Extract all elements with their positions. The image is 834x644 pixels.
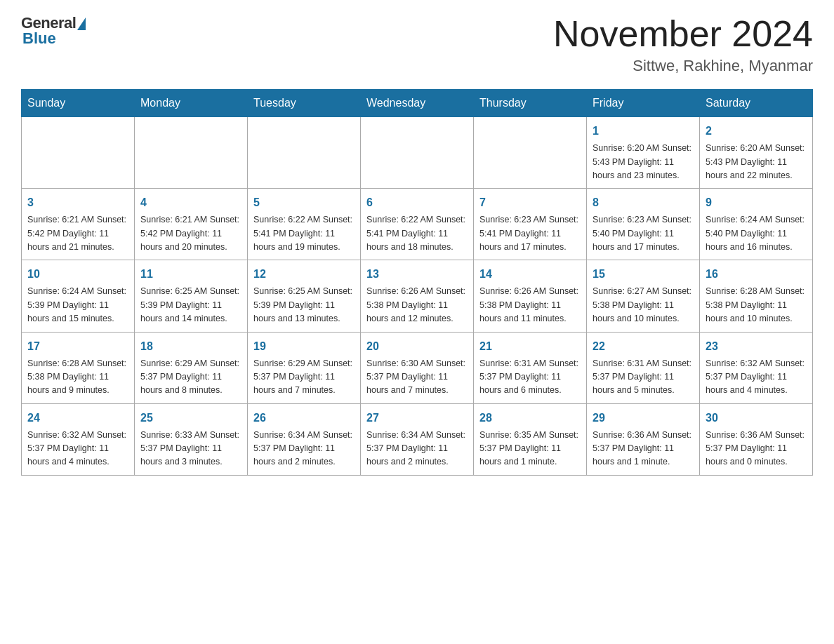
- day-number: 27: [366, 410, 468, 427]
- day-number: 15: [593, 266, 694, 283]
- day-info: Sunrise: 6:28 AM Sunset: 5:38 PM Dayligh…: [706, 285, 807, 326]
- calendar-cell: 21Sunrise: 6:31 AM Sunset: 5:37 PM Dayli…: [474, 332, 587, 403]
- calendar-cell: 19Sunrise: 6:29 AM Sunset: 5:37 PM Dayli…: [248, 332, 361, 403]
- day-info: Sunrise: 6:24 AM Sunset: 5:39 PM Dayligh…: [27, 285, 128, 326]
- day-number: 2: [706, 123, 807, 140]
- day-number: 17: [27, 338, 128, 355]
- calendar-cell: 16Sunrise: 6:28 AM Sunset: 5:38 PM Dayli…: [700, 260, 813, 332]
- calendar-table: SundayMondayTuesdayWednesdayThursdayFrid…: [21, 89, 813, 476]
- day-number: 28: [479, 410, 581, 427]
- day-number: 4: [140, 194, 241, 211]
- calendar-cell: 2Sunrise: 6:20 AM Sunset: 5:43 PM Daylig…: [700, 117, 813, 189]
- day-info: Sunrise: 6:28 AM Sunset: 5:38 PM Dayligh…: [27, 357, 128, 398]
- day-info: Sunrise: 6:29 AM Sunset: 5:37 PM Dayligh…: [253, 357, 355, 398]
- weekday-header: Saturday: [700, 90, 813, 117]
- day-number: 11: [140, 266, 241, 283]
- weekday-header: Wednesday: [361, 90, 474, 117]
- day-number: 8: [593, 194, 694, 211]
- page-header: General Blue November 2024 Sittwe, Rakhi…: [21, 14, 813, 75]
- calendar-cell: 18Sunrise: 6:29 AM Sunset: 5:37 PM Dayli…: [135, 332, 248, 403]
- calendar-week-row: 17Sunrise: 6:28 AM Sunset: 5:38 PM Dayli…: [22, 332, 813, 403]
- calendar-cell: 25Sunrise: 6:33 AM Sunset: 5:37 PM Dayli…: [135, 403, 248, 475]
- day-number: 9: [706, 194, 807, 211]
- day-info: Sunrise: 6:36 AM Sunset: 5:37 PM Dayligh…: [593, 429, 694, 469]
- calendar-header-row: SundayMondayTuesdayWednesdayThursdayFrid…: [22, 90, 813, 117]
- day-info: Sunrise: 6:22 AM Sunset: 5:41 PM Dayligh…: [366, 213, 468, 254]
- calendar-cell: 1Sunrise: 6:20 AM Sunset: 5:43 PM Daylig…: [587, 117, 700, 189]
- weekday-header: Thursday: [474, 90, 587, 117]
- calendar-cell: 23Sunrise: 6:32 AM Sunset: 5:37 PM Dayli…: [700, 332, 813, 403]
- calendar-cell: 27Sunrise: 6:34 AM Sunset: 5:37 PM Dayli…: [361, 403, 474, 475]
- calendar-cell: 28Sunrise: 6:35 AM Sunset: 5:37 PM Dayli…: [474, 403, 587, 475]
- day-info: Sunrise: 6:29 AM Sunset: 5:37 PM Dayligh…: [140, 357, 241, 398]
- calendar-cell: 13Sunrise: 6:26 AM Sunset: 5:38 PM Dayli…: [361, 260, 474, 332]
- month-year-title: November 2024: [553, 14, 813, 54]
- day-number: 3: [27, 194, 128, 211]
- day-number: 13: [366, 266, 468, 283]
- calendar-cell: 7Sunrise: 6:23 AM Sunset: 5:41 PM Daylig…: [474, 189, 587, 260]
- calendar-week-row: 3Sunrise: 6:21 AM Sunset: 5:42 PM Daylig…: [22, 189, 813, 260]
- day-number: 25: [140, 410, 241, 427]
- day-number: 30: [706, 410, 807, 427]
- calendar-week-row: 10Sunrise: 6:24 AM Sunset: 5:39 PM Dayli…: [22, 260, 813, 332]
- day-info: Sunrise: 6:23 AM Sunset: 5:41 PM Dayligh…: [479, 213, 581, 254]
- day-number: 22: [593, 338, 694, 355]
- calendar-week-row: 1Sunrise: 6:20 AM Sunset: 5:43 PM Daylig…: [22, 117, 813, 189]
- day-info: Sunrise: 6:24 AM Sunset: 5:40 PM Dayligh…: [706, 213, 807, 254]
- logo: General Blue: [21, 14, 86, 48]
- day-info: Sunrise: 6:33 AM Sunset: 5:37 PM Dayligh…: [140, 429, 241, 469]
- day-number: 7: [479, 194, 581, 211]
- logo-blue-text: Blue: [22, 29, 56, 48]
- calendar-cell: 10Sunrise: 6:24 AM Sunset: 5:39 PM Dayli…: [22, 260, 135, 332]
- calendar-cell: 11Sunrise: 6:25 AM Sunset: 5:39 PM Dayli…: [135, 260, 248, 332]
- day-info: Sunrise: 6:36 AM Sunset: 5:37 PM Dayligh…: [706, 429, 807, 469]
- day-info: Sunrise: 6:20 AM Sunset: 5:43 PM Dayligh…: [706, 142, 807, 182]
- day-number: 24: [27, 410, 128, 427]
- weekday-header: Friday: [587, 90, 700, 117]
- day-number: 14: [479, 266, 581, 283]
- day-number: 23: [706, 338, 807, 355]
- calendar-cell: 14Sunrise: 6:26 AM Sunset: 5:38 PM Dayli…: [474, 260, 587, 332]
- day-info: Sunrise: 6:32 AM Sunset: 5:37 PM Dayligh…: [27, 429, 128, 469]
- calendar-cell: [248, 117, 361, 189]
- day-info: Sunrise: 6:23 AM Sunset: 5:40 PM Dayligh…: [593, 213, 694, 254]
- logo-arrow-icon: [77, 18, 86, 30]
- day-info: Sunrise: 6:30 AM Sunset: 5:37 PM Dayligh…: [366, 357, 468, 398]
- day-number: 20: [366, 338, 468, 355]
- calendar-cell: 12Sunrise: 6:25 AM Sunset: 5:39 PM Dayli…: [248, 260, 361, 332]
- day-info: Sunrise: 6:31 AM Sunset: 5:37 PM Dayligh…: [593, 357, 694, 398]
- weekday-header: Tuesday: [248, 90, 361, 117]
- day-info: Sunrise: 6:21 AM Sunset: 5:42 PM Dayligh…: [27, 213, 128, 254]
- day-info: Sunrise: 6:34 AM Sunset: 5:37 PM Dayligh…: [253, 429, 355, 469]
- day-info: Sunrise: 6:26 AM Sunset: 5:38 PM Dayligh…: [479, 285, 581, 326]
- calendar-cell: 15Sunrise: 6:27 AM Sunset: 5:38 PM Dayli…: [587, 260, 700, 332]
- day-info: Sunrise: 6:25 AM Sunset: 5:39 PM Dayligh…: [140, 285, 241, 326]
- calendar-cell: [135, 117, 248, 189]
- calendar-cell: 30Sunrise: 6:36 AM Sunset: 5:37 PM Dayli…: [700, 403, 813, 475]
- calendar-cell: 22Sunrise: 6:31 AM Sunset: 5:37 PM Dayli…: [587, 332, 700, 403]
- day-info: Sunrise: 6:27 AM Sunset: 5:38 PM Dayligh…: [593, 285, 694, 326]
- calendar-cell: [22, 117, 135, 189]
- day-number: 10: [27, 266, 128, 283]
- day-info: Sunrise: 6:31 AM Sunset: 5:37 PM Dayligh…: [479, 357, 581, 398]
- day-number: 6: [366, 194, 468, 211]
- weekday-header: Sunday: [22, 90, 135, 117]
- calendar-cell: 4Sunrise: 6:21 AM Sunset: 5:42 PM Daylig…: [135, 189, 248, 260]
- weekday-header: Monday: [135, 90, 248, 117]
- day-number: 12: [253, 266, 355, 283]
- day-info: Sunrise: 6:20 AM Sunset: 5:43 PM Dayligh…: [593, 142, 694, 182]
- day-info: Sunrise: 6:34 AM Sunset: 5:37 PM Dayligh…: [366, 429, 468, 469]
- calendar-cell: 3Sunrise: 6:21 AM Sunset: 5:42 PM Daylig…: [22, 189, 135, 260]
- day-info: Sunrise: 6:35 AM Sunset: 5:37 PM Dayligh…: [479, 429, 581, 469]
- calendar-cell: 29Sunrise: 6:36 AM Sunset: 5:37 PM Dayli…: [587, 403, 700, 475]
- day-info: Sunrise: 6:26 AM Sunset: 5:38 PM Dayligh…: [366, 285, 468, 326]
- location-subtitle: Sittwe, Rakhine, Myanmar: [553, 57, 813, 75]
- calendar-cell: 17Sunrise: 6:28 AM Sunset: 5:38 PM Dayli…: [22, 332, 135, 403]
- day-number: 18: [140, 338, 241, 355]
- day-info: Sunrise: 6:22 AM Sunset: 5:41 PM Dayligh…: [253, 213, 355, 254]
- calendar-cell: 6Sunrise: 6:22 AM Sunset: 5:41 PM Daylig…: [361, 189, 474, 260]
- day-number: 19: [253, 338, 355, 355]
- day-info: Sunrise: 6:21 AM Sunset: 5:42 PM Dayligh…: [140, 213, 241, 254]
- calendar-week-row: 24Sunrise: 6:32 AM Sunset: 5:37 PM Dayli…: [22, 403, 813, 475]
- calendar-cell: 24Sunrise: 6:32 AM Sunset: 5:37 PM Dayli…: [22, 403, 135, 475]
